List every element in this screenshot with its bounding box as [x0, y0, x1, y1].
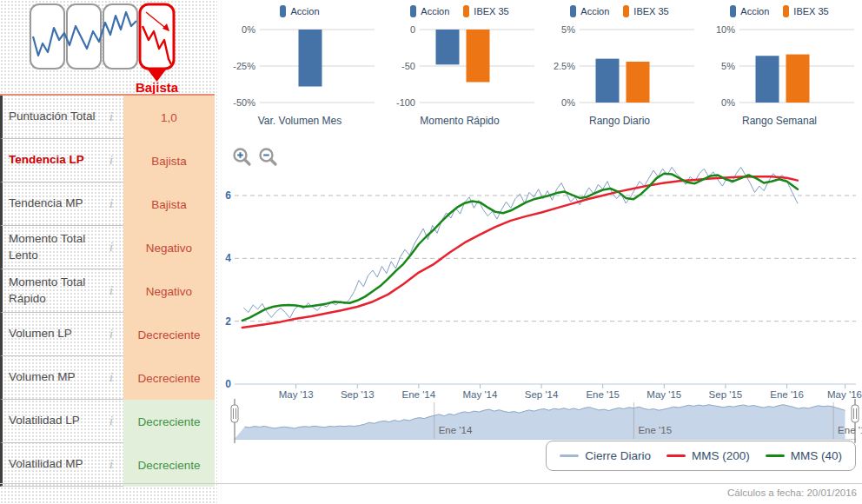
row-label: Tendencia MP — [9, 196, 83, 212]
bar-ibex-35 — [467, 30, 490, 82]
row-value: Negativo — [123, 269, 215, 313]
table-row: Volumen LPiDecreciente — [0, 313, 215, 356]
x-axis-label: Ene '16 — [770, 389, 804, 400]
navigator-label: Ene '15 — [638, 425, 672, 435]
legend-item[interactable]: Accion — [410, 5, 449, 17]
y-tick-label: 0% — [242, 24, 255, 35]
info-icon[interactable]: i — [99, 182, 123, 226]
row-label-cell: Momento Total Lento — [0, 226, 99, 269]
table-row: Tendencia LPiBajista — [0, 139, 215, 182]
score-table: Puntuación Totali1,0Tendencia LPiBajista… — [0, 94, 215, 487]
row-label: Volumen LP — [9, 326, 72, 342]
row-label-cell: Momento Total Rápido — [0, 269, 99, 313]
legend-item-mms200[interactable]: MMS (200) — [666, 449, 750, 462]
info-icon[interactable]: i — [99, 96, 123, 139]
row-label: Momento Total Lento — [9, 231, 99, 264]
mini-chart-legend: AccionIBEX 35 — [540, 0, 700, 23]
mini-bar-svg: 0%-25%-50% — [220, 23, 380, 109]
navigator-label: Ene '16 — [838, 425, 862, 435]
legend-label: Accion — [580, 6, 609, 17]
zoom-in-icon[interactable] — [232, 147, 252, 167]
y-tick-label: 0 — [410, 24, 415, 35]
row-label-cell: Tendencia MP — [0, 182, 99, 226]
navigator-label: Ene '14 — [439, 425, 473, 435]
bar-accion — [756, 56, 779, 103]
trend-cards-graphic: Bajista — [26, 2, 182, 94]
row-label-cell: Puntuación Total — [0, 96, 99, 139]
bar-accion — [436, 30, 460, 64]
trend-signal-header: Bajista — [26, 2, 182, 94]
mini-bar-svg: 5%2.5%0% — [540, 23, 700, 109]
legend-marker-icon — [280, 5, 286, 17]
series-cierrediario — [244, 167, 798, 318]
legend-label: MMS (40) — [791, 449, 842, 462]
legend-label: IBEX 35 — [474, 6, 508, 17]
calculation-date: Cálculos a fecha: 20/01/2016 — [0, 483, 862, 498]
legend-label: Cierre Diario — [585, 449, 651, 462]
row-value: Decreciente — [123, 313, 215, 356]
legend-marker-icon — [463, 5, 469, 17]
legend-label: IBEX 35 — [793, 6, 828, 17]
x-axis-label: May '16 — [827, 389, 862, 400]
legend-label: Accion — [740, 6, 769, 17]
y-axis-label: 6 — [225, 189, 231, 202]
y-tick-label: 5% — [721, 61, 735, 71]
info-icon[interactable]: i — [99, 400, 123, 443]
bajista-label: Bajista — [136, 80, 179, 94]
legend-item[interactable]: IBEX 35 — [463, 5, 508, 17]
y-tick-label: 5% — [561, 24, 575, 35]
bar-accion — [299, 30, 322, 87]
row-label: Tendencia LP — [9, 152, 84, 169]
row-value: Negativo — [123, 226, 215, 269]
bar-ibex-35 — [627, 62, 650, 103]
y-tick-label: 10% — [716, 24, 735, 35]
navigator-handle[interactable] — [852, 399, 859, 443]
mini-chart-title: Momento Rápido — [380, 115, 540, 127]
mini-chart-legend: AccionIBEX 35 — [700, 0, 859, 23]
y-axis-label: 4 — [225, 252, 231, 264]
y-tick-label: -50% — [233, 97, 255, 108]
x-axis-label: Sep '14 — [525, 389, 559, 400]
row-value: 1,0 — [123, 96, 215, 139]
info-icon[interactable]: i — [99, 226, 123, 269]
legend-item[interactable]: Accion — [730, 5, 769, 17]
row-label: Volumen MP — [9, 369, 76, 386]
legend-marker-icon — [410, 5, 416, 17]
legend-item[interactable]: Accion — [280, 5, 319, 17]
trend-card — [103, 4, 137, 69]
table-row: Volatilidad LPiDecreciente — [0, 400, 215, 443]
legend-marker-icon — [570, 5, 576, 17]
bar-accion — [596, 59, 620, 103]
legend-item[interactable]: Accion — [570, 5, 609, 17]
row-value: Decreciente — [123, 400, 215, 443]
x-axis-label: May '13 — [279, 389, 314, 400]
legend-item[interactable]: IBEX 35 — [623, 5, 668, 17]
legend-marker-icon — [783, 5, 789, 17]
info-icon[interactable]: i — [99, 356, 123, 400]
info-icon[interactable]: i — [99, 313, 123, 356]
row-label-cell: Tendencia LP — [0, 139, 99, 182]
mini-chart: AccionIBEX 355%2.5%0%Rango Diario — [540, 0, 700, 132]
info-icon[interactable]: i — [99, 269, 123, 313]
legend-line-icon — [766, 454, 785, 457]
row-label-cell: Volatilidad MP — [0, 443, 99, 487]
mini-charts-row: Accion0%-25%-50%Var. Volumen MesAccionIB… — [220, 0, 862, 132]
y-tick-label: 0% — [561, 97, 575, 108]
table-row: Volumen MPiDecreciente — [0, 356, 215, 400]
legend-line-icon — [666, 454, 686, 457]
legend-item-cierrediario[interactable]: Cierre Diario — [560, 449, 651, 462]
zoom-out-icon[interactable] — [258, 147, 278, 167]
legend-marker-icon — [623, 5, 629, 17]
mini-chart-title: Var. Volumen Mes — [220, 115, 380, 127]
legend-item-mms40[interactable]: MMS (40) — [766, 449, 842, 462]
info-icon[interactable]: i — [99, 443, 123, 487]
y-tick-label: -100 — [396, 97, 415, 108]
table-row: Tendencia MPiBajista — [0, 182, 215, 226]
legend-line-icon — [560, 454, 579, 457]
mini-chart-title: Rango Diario — [540, 115, 700, 127]
row-label: Puntuación Total — [9, 109, 96, 125]
info-icon[interactable]: i — [99, 139, 123, 182]
row-label: Volatilidad LP — [9, 413, 80, 429]
legend-item[interactable]: IBEX 35 — [783, 5, 828, 17]
price-chart-svg: 0246May '13Sep '13Ene '14May '14Sep '14E… — [220, 139, 862, 483]
